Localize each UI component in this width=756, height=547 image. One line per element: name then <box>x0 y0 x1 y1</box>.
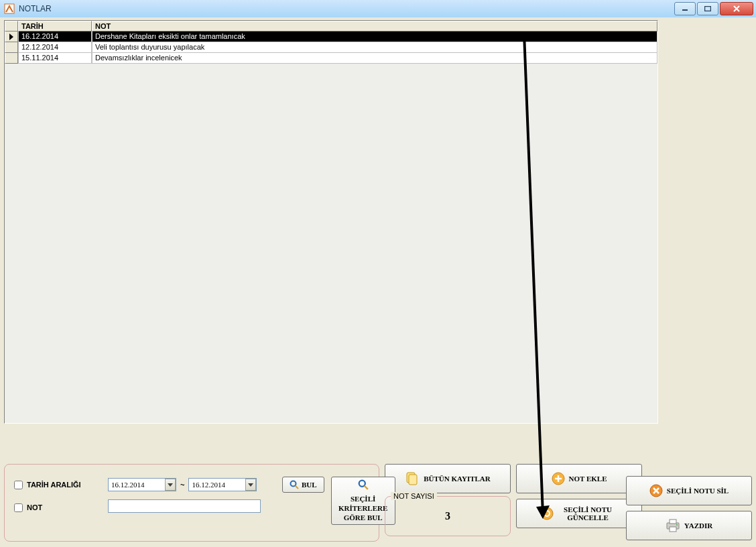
window-controls <box>674 2 753 15</box>
search-icon <box>290 480 299 489</box>
tarih-checkbox-label: TARİH ARALIĞI <box>11 477 108 493</box>
cell-tarih[interactable]: 12.12.2014 <box>18 42 92 53</box>
not-label-text: NOT <box>27 503 42 511</box>
add-icon <box>552 472 565 485</box>
cell-tarih[interactable]: 15.11.2014 <box>18 53 92 64</box>
row-indicator <box>5 53 18 64</box>
table-row[interactable]: 16.12.2014Dershane Kitapları eksikti onl… <box>5 32 657 42</box>
date-from-dropdown[interactable] <box>165 479 176 491</box>
all-records-button[interactable]: BÜTÜN KAYITLAR <box>385 464 511 493</box>
row-indicator <box>5 42 18 53</box>
grid-corner <box>5 21 18 32</box>
printer-icon <box>666 519 680 532</box>
window-maximize-button[interactable] <box>697 2 718 15</box>
print-label: YAZDIR <box>684 522 712 530</box>
col-header-tarih[interactable]: TARİH <box>18 21 92 32</box>
col-header-not[interactable]: NOT <box>92 21 657 32</box>
svg-point-3 <box>291 481 296 487</box>
row-indicator <box>5 32 18 42</box>
find-button[interactable]: BUL <box>282 477 324 493</box>
add-note-button[interactable]: NOT EKLE <box>516 464 642 493</box>
svg-point-15 <box>676 524 678 526</box>
all-records-label: BÜTÜN KAYITLAR <box>424 475 491 483</box>
app-icon <box>4 3 15 14</box>
update-note-button[interactable]: SEÇİLİ NOTU GÜNCELLE <box>516 499 642 528</box>
notes-grid[interactable]: TARİH NOT 16.12.2014Dershane Kitapları e… <box>4 20 658 424</box>
find-button-label: BUL <box>302 481 317 489</box>
cell-not[interactable]: Veli toplantısı duyurusu yapılacak <box>92 42 657 53</box>
not-checkbox[interactable] <box>14 503 23 512</box>
find-by-criteria-label: SEÇİLİ KRİTERLERE GÖRE BUL <box>336 494 390 522</box>
note-filter-input[interactable] <box>108 499 261 513</box>
delete-note-button[interactable]: SEÇİLİ NOTU SİL <box>626 476 752 505</box>
window-minimize-button[interactable] <box>674 2 696 15</box>
table-row[interactable]: 12.12.2014Veli toplantısı duyurusu yapıl… <box>5 42 657 53</box>
window-titlebar: NOTLAR <box>0 0 756 18</box>
svg-rect-2 <box>705 7 711 11</box>
cell-tarih[interactable]: 16.12.2014 <box>18 32 92 42</box>
window-title: NOTLAR <box>19 4 674 13</box>
svg-rect-1 <box>682 9 688 11</box>
table-row[interactable]: 15.11.2014Devamsızlıklar incelenicek <box>5 53 657 64</box>
svg-rect-13 <box>670 520 676 524</box>
grid-header: TARİH NOT <box>5 21 657 32</box>
not-checkbox-label: NOT <box>11 499 108 515</box>
delete-icon <box>649 484 663 497</box>
grid-body: 16.12.2014Dershane Kitapları eksikti onl… <box>5 32 657 64</box>
note-count-value: 3 <box>392 510 503 522</box>
filter-panel: TARİH ARALIĞI NOT ~ <box>4 464 379 542</box>
tarih-label-text: TARİH ARALIĞI <box>27 481 81 489</box>
svg-line-4 <box>296 486 299 489</box>
update-note-label: SEÇİLİ NOTU GÜNCELLE <box>558 505 618 522</box>
search-icon <box>358 479 369 490</box>
date-to-dropdown[interactable] <box>245 479 256 491</box>
tarih-checkbox[interactable] <box>14 481 23 489</box>
client-area: TARİH NOT 16.12.2014Dershane Kitapları e… <box>0 17 756 547</box>
note-count-label: NOT SAYISI <box>391 492 437 500</box>
cell-not[interactable]: Devamsızlıklar incelenicek <box>92 53 657 64</box>
svg-rect-14 <box>670 527 676 532</box>
svg-rect-8 <box>409 475 417 485</box>
window-close-button[interactable] <box>720 2 753 15</box>
svg-line-6 <box>364 486 367 489</box>
refresh-icon <box>540 507 554 520</box>
delete-note-label: SEÇİLİ NOTU SİL <box>667 487 729 495</box>
documents-icon <box>405 471 420 486</box>
note-count-panel: NOT SAYISI 3 <box>385 496 511 536</box>
cell-not[interactable]: Dershane Kitapları eksikti onlar tamamla… <box>92 32 657 42</box>
svg-point-10 <box>541 507 553 520</box>
print-button[interactable]: YAZDIR <box>626 511 752 540</box>
date-range-separator: ~ <box>180 481 184 489</box>
svg-point-5 <box>359 481 365 487</box>
add-note-label: NOT EKLE <box>569 475 607 483</box>
